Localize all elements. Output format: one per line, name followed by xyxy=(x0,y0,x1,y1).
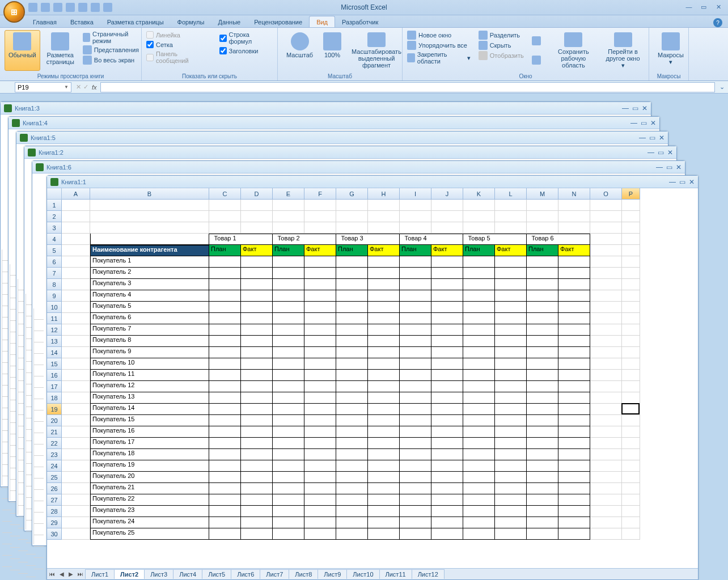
cell[interactable] xyxy=(400,494,431,506)
cell[interactable] xyxy=(241,234,273,245)
cell[interactable] xyxy=(527,517,558,528)
cell[interactable] xyxy=(431,438,463,449)
cell[interactable] xyxy=(336,324,368,336)
cell[interactable] xyxy=(527,268,558,279)
cell[interactable] xyxy=(590,358,622,370)
ribbon-tab-Разработчик[interactable]: Разработчик xyxy=(335,16,385,27)
column-header[interactable]: M xyxy=(527,188,558,200)
cell[interactable] xyxy=(558,358,590,370)
cell[interactable] xyxy=(590,268,622,279)
cell[interactable]: План xyxy=(273,245,304,256)
column-header[interactable]: K xyxy=(463,188,495,200)
row-header[interactable]: 14 xyxy=(47,347,62,358)
cell[interactable] xyxy=(590,279,622,290)
cell[interactable] xyxy=(400,381,431,392)
cell[interactable] xyxy=(431,268,463,279)
cell[interactable] xyxy=(622,211,640,222)
sheet-tab[interactable]: Лист12 xyxy=(412,569,445,579)
cell[interactable] xyxy=(463,370,495,381)
cell[interactable] xyxy=(495,426,527,438)
cell[interactable] xyxy=(590,528,622,540)
cell[interactable] xyxy=(495,358,527,370)
cell[interactable] xyxy=(304,528,336,540)
cell[interactable] xyxy=(336,438,368,449)
cell[interactable] xyxy=(622,449,640,460)
cell[interactable] xyxy=(431,347,463,358)
cell[interactable] xyxy=(368,290,400,302)
cell[interactable] xyxy=(273,472,304,483)
cell[interactable] xyxy=(209,381,241,392)
cell[interactable] xyxy=(209,256,241,268)
cell[interactable] xyxy=(368,392,400,404)
cell[interactable] xyxy=(336,392,368,404)
cell[interactable] xyxy=(336,256,368,268)
cell[interactable] xyxy=(463,324,495,336)
fx-icon[interactable]: fx xyxy=(92,84,97,91)
column-header[interactable]: D xyxy=(241,188,273,200)
cell[interactable] xyxy=(304,415,336,426)
row-header[interactable]: 27 xyxy=(47,494,62,506)
cell[interactable] xyxy=(209,200,241,211)
cell[interactable] xyxy=(431,494,463,506)
cell[interactable] xyxy=(368,302,400,313)
cell[interactable] xyxy=(209,449,241,460)
cell[interactable]: Товар 1 xyxy=(209,234,241,245)
cell[interactable] xyxy=(273,506,304,517)
cell[interactable] xyxy=(527,222,558,234)
cell[interactable] xyxy=(622,517,640,528)
cell[interactable] xyxy=(431,302,463,313)
cell[interactable] xyxy=(368,517,400,528)
cell[interactable] xyxy=(209,279,241,290)
cell[interactable] xyxy=(527,460,558,472)
row-header[interactable]: 12 xyxy=(47,324,62,336)
cell[interactable] xyxy=(558,517,590,528)
cell[interactable] xyxy=(431,200,463,211)
mdi-titlebar[interactable]: Книга1:3—▭✕ xyxy=(1,102,651,115)
cell[interactable] xyxy=(463,449,495,460)
cell[interactable] xyxy=(304,370,336,381)
cell[interactable] xyxy=(431,506,463,517)
minimize-button[interactable]: — xyxy=(647,149,654,156)
cell[interactable] xyxy=(241,381,273,392)
cell[interactable] xyxy=(62,302,90,313)
sheet-nav-button[interactable]: ⏮ xyxy=(47,570,57,578)
cell[interactable] xyxy=(495,449,527,460)
cell[interactable] xyxy=(304,381,336,392)
cell[interactable] xyxy=(527,426,558,438)
cell[interactable] xyxy=(558,347,590,358)
cell[interactable] xyxy=(368,506,400,517)
cell[interactable] xyxy=(622,460,640,472)
cell[interactable] xyxy=(558,302,590,313)
cell[interactable] xyxy=(336,404,368,415)
cell[interactable] xyxy=(558,494,590,506)
cell[interactable] xyxy=(622,200,640,211)
cell[interactable] xyxy=(209,472,241,483)
cell[interactable] xyxy=(495,279,527,290)
cell[interactable] xyxy=(431,313,463,324)
cell[interactable] xyxy=(336,517,368,528)
cell[interactable] xyxy=(336,200,368,211)
cell[interactable]: План xyxy=(527,245,558,256)
cell[interactable] xyxy=(62,415,90,426)
column-header[interactable]: P xyxy=(622,188,640,200)
cell[interactable] xyxy=(273,483,304,494)
qat-icon[interactable] xyxy=(78,3,87,12)
cell[interactable]: План xyxy=(336,245,368,256)
ribbon-tab-Данные[interactable]: Данные xyxy=(211,16,247,27)
cell[interactable]: Покупатель 8 xyxy=(90,336,209,347)
cell[interactable] xyxy=(590,426,622,438)
cell[interactable] xyxy=(590,234,622,245)
cell[interactable] xyxy=(368,528,400,540)
redo-icon[interactable] xyxy=(53,3,62,12)
cell[interactable] xyxy=(622,245,640,256)
maximize-button[interactable]: ▭ xyxy=(658,149,664,156)
cell[interactable] xyxy=(273,426,304,438)
cell[interactable] xyxy=(90,234,209,245)
cell[interactable]: Покупатель 18 xyxy=(90,449,209,460)
cell[interactable] xyxy=(431,472,463,483)
cell[interactable] xyxy=(431,290,463,302)
column-header[interactable]: A xyxy=(62,188,90,200)
cell[interactable] xyxy=(368,494,400,506)
ribbon-tab-Вставка[interactable]: Вставка xyxy=(64,16,100,27)
cell[interactable] xyxy=(622,528,640,540)
